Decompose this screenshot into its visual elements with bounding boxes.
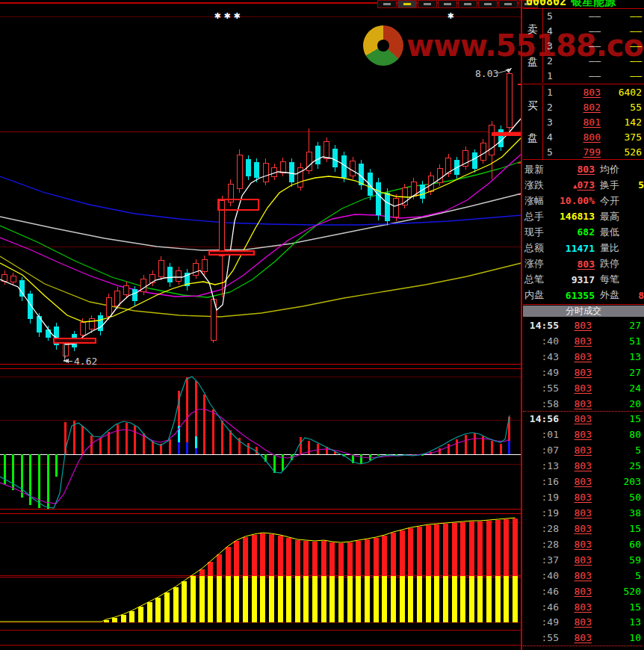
quote-label: 量比 bbox=[595, 241, 622, 255]
toolbar-button-tool-3[interactable] bbox=[418, 0, 437, 8]
volume: 6402 bbox=[601, 87, 644, 98]
divider bbox=[523, 304, 644, 305]
candlestick-chart[interactable]: 8.034.62✱✱✱✱ bbox=[0, 0, 523, 650]
price: 801 bbox=[560, 117, 601, 128]
tick-time: 14:56 bbox=[523, 413, 559, 424]
stock-header: 000802银星能源 bbox=[523, 0, 644, 8]
tick-time: :01 bbox=[523, 429, 559, 440]
tick-price: 803 bbox=[559, 335, 592, 347]
tick-time: :28 bbox=[523, 539, 559, 550]
buy-order-book: 买 盘 18036402280255380114248003755799526 bbox=[523, 85, 644, 159]
order-book-row: 1———— bbox=[543, 68, 644, 83]
quote-label: 总额 bbox=[523, 241, 545, 255]
quote-value: 146813 bbox=[545, 211, 595, 222]
level-number: 1 bbox=[543, 70, 560, 81]
quote-row: 内盘61355外盘8 bbox=[523, 288, 644, 303]
tick-price: 803 bbox=[559, 570, 592, 581]
tick-price: 803 bbox=[559, 320, 592, 331]
quote-value: 11471 bbox=[545, 243, 595, 254]
quote-label: 今开 bbox=[595, 194, 622, 208]
price: —— bbox=[560, 25, 601, 37]
quote-value: 682 bbox=[545, 226, 595, 238]
quote-label: 总手 bbox=[523, 210, 545, 223]
order-book-row: 280255 bbox=[543, 100, 644, 115]
quote-row: 涨跌▲073换手5 bbox=[523, 177, 644, 193]
quote-row: 总额11471量比 bbox=[523, 240, 644, 256]
tick-price: 803 bbox=[559, 351, 592, 362]
quote-row: 涨停803跌停 bbox=[523, 256, 644, 272]
tick-volume: 203 bbox=[592, 476, 644, 487]
toolbar-button-tool-1[interactable] bbox=[377, 0, 397, 8]
tick-volume: 15 bbox=[592, 413, 644, 424]
toolbar-button-tool-7[interactable] bbox=[498, 0, 518, 8]
quote-label: 最低 bbox=[595, 226, 622, 239]
toolbar-button-tool-5[interactable] bbox=[458, 0, 477, 8]
tick-volume: 80 bbox=[592, 429, 644, 440]
quote-value: 10.00% bbox=[545, 195, 595, 206]
tick-volume: 60 bbox=[592, 539, 644, 550]
tick-volume: 27 bbox=[592, 320, 644, 331]
tick-price: 803 bbox=[559, 616, 592, 628]
toolbar-button-tool-2[interactable] bbox=[397, 0, 417, 8]
toolbar-button-tool-4[interactable] bbox=[438, 0, 457, 8]
price: —— bbox=[560, 70, 601, 81]
tick-time: :16 bbox=[523, 476, 559, 487]
tick-price: 803 bbox=[559, 460, 592, 471]
quote-label: 涨停 bbox=[523, 257, 545, 270]
quote-label: 内盘 bbox=[523, 288, 545, 302]
quote-panel: 000802银星能源 卖 盘 5————4————3————2————1————… bbox=[523, 0, 644, 650]
tick-price: 803 bbox=[559, 367, 592, 378]
tick-time: :46 bbox=[523, 601, 559, 613]
tick-time: :19 bbox=[523, 507, 559, 519]
tick-row: :1980338 bbox=[523, 505, 644, 521]
tick-row: :46803520 bbox=[523, 584, 644, 599]
volume: 375 bbox=[601, 131, 644, 143]
price: 802 bbox=[560, 102, 601, 113]
tick-price: 803 bbox=[559, 539, 592, 550]
quote-row: 最新803均价 bbox=[523, 161, 644, 177]
tick-row: :4980313 bbox=[523, 615, 644, 631]
svg-text:✱: ✱ bbox=[214, 11, 220, 21]
volume: 142 bbox=[601, 117, 644, 128]
tick-row: 14:5680315 bbox=[523, 412, 644, 427]
toolbar-button-tool-6[interactable] bbox=[478, 0, 498, 8]
tick-time: :13 bbox=[523, 460, 559, 471]
tick-price: 803 bbox=[559, 492, 592, 503]
tick-row: :4680315 bbox=[523, 599, 644, 615]
tick-volume: 27 bbox=[592, 367, 644, 378]
tick-price: 803 bbox=[559, 476, 592, 487]
tick-row: :4980327 bbox=[523, 365, 644, 380]
tick-row: :2880360 bbox=[523, 536, 644, 552]
tick-volume: 38 bbox=[592, 507, 644, 519]
tick-time: :55 bbox=[523, 632, 559, 643]
quote-label: 每笔 bbox=[595, 273, 622, 286]
svg-text:8.03: 8.03 bbox=[475, 68, 498, 79]
quote-label: 外盘 bbox=[595, 288, 622, 302]
tick-volume: 59 bbox=[592, 554, 644, 566]
quote-label: 最新 bbox=[523, 163, 545, 176]
tick-volume: 15 bbox=[592, 601, 644, 613]
quote-value: 9317 bbox=[545, 274, 595, 285]
trading-terminal: 8.034.62✱✱✱✱ www.55188.com 000802银星能源 卖 … bbox=[0, 0, 644, 650]
tick-time: :43 bbox=[523, 351, 559, 362]
quote-row: 现手682最低 bbox=[523, 224, 644, 240]
volume: 526 bbox=[601, 146, 644, 158]
tick-row: :16803203 bbox=[523, 474, 644, 489]
quote-row: 涨幅10.00%今开 bbox=[523, 193, 644, 208]
order-book-row: 2———— bbox=[543, 53, 644, 68]
tick-row: :0180380 bbox=[523, 427, 644, 442]
quote-label: 现手 bbox=[523, 226, 545, 239]
level-number: 2 bbox=[543, 55, 560, 66]
tick-time: :07 bbox=[523, 445, 559, 456]
tick-volume: 50 bbox=[592, 492, 644, 503]
svg-text:4.62: 4.62 bbox=[74, 356, 97, 367]
quote-value: ▲073 bbox=[545, 179, 595, 191]
tick-price: 803 bbox=[559, 523, 592, 534]
stock-code: 000802 bbox=[526, 0, 566, 8]
quote-label: 跌停 bbox=[595, 257, 622, 270]
tick-row: 14:5580327 bbox=[523, 318, 644, 333]
order-book-row: 3———— bbox=[543, 39, 644, 54]
tick-trades-list[interactable]: 14:5580327:4080351:4380313:4980327:55803… bbox=[523, 318, 644, 646]
tick-row: :5880320 bbox=[523, 396, 644, 412]
svg-text:✱: ✱ bbox=[233, 11, 240, 21]
